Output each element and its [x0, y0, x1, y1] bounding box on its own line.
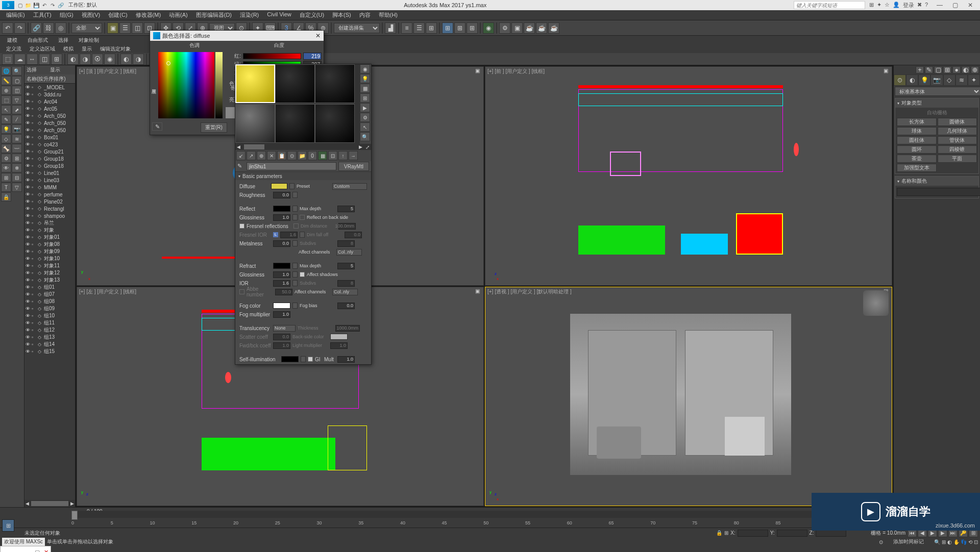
mat-get-icon[interactable]: ↙	[236, 151, 246, 160]
lt-lock-icon[interactable]: 🔒	[1, 192, 11, 202]
vp-label-left[interactable]: [+] [左 ] [用户定义 ] [线框]	[79, 288, 136, 295]
sample-slot-5[interactable]	[275, 104, 315, 143]
create-球体[interactable]: 球体	[897, 127, 937, 135]
ribbon-tool-3[interactable]: ↔	[27, 54, 38, 65]
ribbon-tool-1[interactable]: ⬚	[2, 54, 13, 65]
glossiness-spinner[interactable]: 1.0	[273, 214, 290, 221]
cmd-tab-create[interactable]: ⊙	[894, 74, 906, 86]
layer-explorer-button[interactable]: ⊞	[426, 22, 437, 34]
ribbon-tab-freeform[interactable]: 自由形式	[22, 36, 53, 45]
y-coord-input[interactable]	[777, 530, 807, 537]
mult-spinner[interactable]: 1.0	[337, 356, 355, 363]
tree-item[interactable]: 👁▫◇Arch_050	[24, 119, 75, 127]
render-frame-button[interactable]: ▣	[511, 22, 523, 34]
render-prod-button[interactable]: ☕	[536, 22, 547, 34]
create-四棱锥[interactable]: 四棱锥	[938, 145, 977, 154]
lt-globe-icon[interactable]: 🌐	[1, 66, 11, 76]
star-icon[interactable]: ☆	[885, 2, 890, 9]
roughness-map[interactable]	[292, 192, 298, 198]
vp-label-front[interactable]: [+] [前 ] [用户定义 ] [线框]	[487, 68, 545, 75]
undo-button[interactable]: ↶	[2, 22, 13, 34]
bind-button[interactable]: ◎	[55, 22, 66, 34]
cmd-tool-4[interactable]: ⊞	[943, 66, 951, 73]
render-button[interactable]: ☕	[524, 22, 535, 34]
refr-affect-channels-dd[interactable]: Col..nly	[332, 289, 358, 295]
tree-item[interactable]: 👁▫◇Box01	[24, 134, 75, 141]
nav-max-button[interactable]: ⊡	[974, 539, 978, 545]
refract-map[interactable]	[292, 263, 298, 269]
mat-put-lib-icon[interactable]: 📁	[298, 151, 307, 160]
fresnel-ior-map[interactable]	[300, 232, 305, 238]
menu-tools[interactable]: 工具(T)	[29, 10, 56, 20]
ribbon-tool-6[interactable]: ◐	[67, 54, 79, 65]
tree-item[interactable]: 👁▫◇Arc04	[24, 98, 75, 105]
mat-put-icon[interactable]: ↗	[247, 151, 256, 160]
create-加强型文本[interactable]: 加强型文本	[897, 164, 937, 172]
auto-grid-checkbox[interactable]: 自动栅格	[897, 109, 977, 116]
tree-item[interactable]: 👁▫◇_MODEL	[24, 84, 75, 91]
lt-funnel-icon[interactable]: ▽	[12, 183, 22, 192]
qat-open-icon[interactable]: 📁	[24, 2, 32, 9]
grid-icon[interactable]: ⊞	[869, 2, 874, 9]
tree-item[interactable]: 👁▫◇Group18	[24, 162, 75, 169]
create-管状体[interactable]: 管状体	[938, 136, 977, 144]
tree-item[interactable]: 👁▫◇组15	[24, 348, 75, 355]
rollout-basic-header[interactable]: Basic parameters	[235, 172, 371, 180]
create-长方体[interactable]: 长方体	[897, 118, 937, 126]
select-object-button[interactable]: ▣	[107, 22, 118, 34]
lt-find-icon[interactable]: 🔍	[12, 66, 22, 76]
cmd-tool-5[interactable]: ●	[952, 66, 961, 73]
tree-item[interactable]: 👁▫◇对象12	[24, 269, 75, 277]
mat-sample-type-icon[interactable]: ◉	[360, 64, 370, 73]
user-icon[interactable]: 👤	[893, 2, 900, 9]
dim-distance-cb[interactable]	[293, 223, 299, 229]
tree-item[interactable]: 👁▫◇Plane02	[24, 198, 75, 205]
se-tree[interactable]: 👁▫◇_MODEL👁▫◇3ddd.ru👁▫◇Arc04👁▫◇Arc05👁▫◇Ar…	[24, 84, 75, 500]
layers-button[interactable]: ☰	[413, 22, 425, 34]
minimize-button[interactable]: —	[932, 1, 947, 10]
lt-helper-icon[interactable]: ◇	[1, 134, 11, 143]
ior-spinner[interactable]: 1.6	[273, 280, 290, 287]
menu-group[interactable]: 组(G)	[56, 10, 78, 20]
sample-slot-1[interactable]	[235, 64, 275, 103]
nav-orbit-button[interactable]: ⟲	[968, 539, 972, 545]
lt-cursor-icon[interactable]: ⬈	[12, 105, 22, 114]
selection-filter-dropdown[interactable]: 全部	[71, 23, 102, 33]
sec-header-obj-type[interactable]: 对象类型	[895, 98, 978, 108]
menu-civil[interactable]: Civil View	[263, 10, 295, 20]
isolate-icon[interactable]: ⊙	[879, 539, 883, 545]
ribbon-sub-2[interactable]: 模拟	[59, 45, 78, 53]
reflect-map[interactable]	[292, 206, 298, 212]
link-button[interactable]: 🔗	[31, 22, 42, 34]
mat-copy-icon[interactable]: 📋	[277, 151, 286, 160]
lt-warp-icon[interactable]: 〰	[12, 144, 22, 153]
material-name-input[interactable]	[247, 162, 336, 170]
menu-script[interactable]: 脚本(S)	[328, 10, 355, 20]
ribbon-sub-3[interactable]: 显示	[78, 45, 96, 53]
ribbon-tab-select[interactable]: 选择	[53, 36, 74, 45]
mat-assign-icon[interactable]: ⊕	[257, 151, 266, 160]
cmd-category-dropdown[interactable]: 标准基本体	[895, 87, 980, 96]
ribbon-sub-0[interactable]: 定义流	[2, 45, 26, 53]
create-茶壶[interactable]: 茶壶	[897, 155, 937, 163]
ribbon-cloud-icon[interactable]: ☁	[14, 54, 26, 65]
select-region-button[interactable]: ◫	[132, 22, 143, 34]
mat-options-icon[interactable]: ⚙	[360, 113, 370, 122]
wand-icon[interactable]: ✦	[877, 2, 881, 9]
tree-item[interactable]: 👁▫◇对象08	[24, 241, 75, 248]
qat-link-icon[interactable]: 🔗	[57, 2, 64, 9]
viewcube[interactable]	[863, 290, 889, 316]
lt-freeze-icon[interactable]: ❄	[12, 163, 22, 172]
ribbon-sub-1[interactable]: 定义边区域	[26, 45, 59, 53]
roughness-spinner[interactable]: 0.0	[273, 192, 290, 198]
ribbon-tool-5[interactable]: ⊞	[51, 54, 62, 65]
tree-item[interactable]: 👁▫◇对象	[24, 227, 75, 234]
nav-pan-button[interactable]: ✋	[953, 539, 960, 545]
ribbon-tab-modeling[interactable]: 建模	[2, 36, 22, 45]
tree-item[interactable]: 👁▫◇Arch_050	[24, 127, 75, 134]
tree-item[interactable]: 👁▫◇组10	[24, 312, 75, 319]
sample-slot-3[interactable]	[315, 64, 355, 103]
tree-item[interactable]: 👁▫◇对象13	[24, 277, 75, 284]
tree-item[interactable]: 👁▫◇对象10	[24, 255, 75, 262]
ior-map[interactable]	[292, 280, 298, 286]
